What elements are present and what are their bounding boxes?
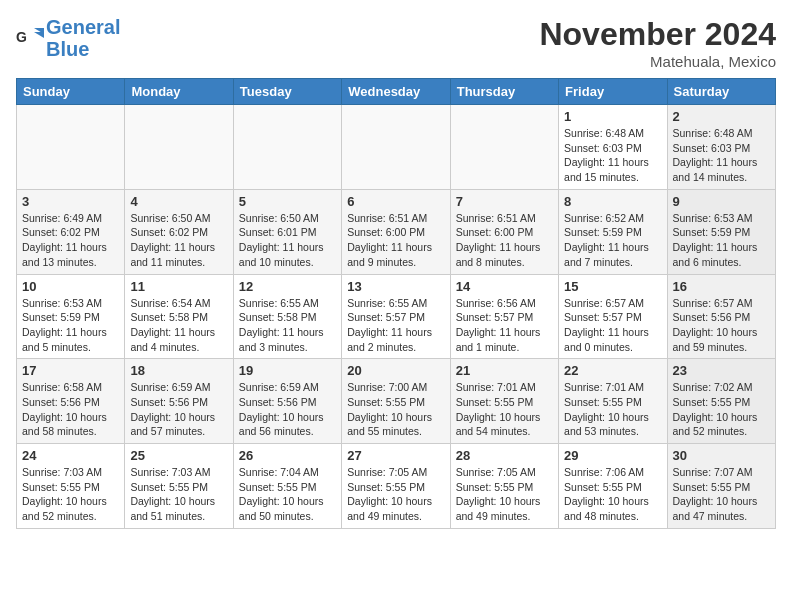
day-info: Sunrise: 7:01 AM Sunset: 5:55 PM Dayligh… — [456, 380, 553, 439]
day-info: Sunrise: 6:55 AM Sunset: 5:58 PM Dayligh… — [239, 296, 336, 355]
calendar-cell: 6Sunrise: 6:51 AM Sunset: 6:00 PM Daylig… — [342, 189, 450, 274]
day-info: Sunrise: 7:03 AM Sunset: 5:55 PM Dayligh… — [22, 465, 119, 524]
day-number: 2 — [673, 109, 770, 124]
day-info: Sunrise: 7:05 AM Sunset: 5:55 PM Dayligh… — [456, 465, 553, 524]
col-header-friday: Friday — [559, 79, 667, 105]
day-info: Sunrise: 6:59 AM Sunset: 5:56 PM Dayligh… — [239, 380, 336, 439]
calendar-cell — [342, 105, 450, 190]
calendar-cell: 11Sunrise: 6:54 AM Sunset: 5:58 PM Dayli… — [125, 274, 233, 359]
day-info: Sunrise: 6:51 AM Sunset: 6:00 PM Dayligh… — [456, 211, 553, 270]
day-number: 15 — [564, 279, 661, 294]
day-info: Sunrise: 6:59 AM Sunset: 5:56 PM Dayligh… — [130, 380, 227, 439]
day-number: 13 — [347, 279, 444, 294]
calendar-cell: 19Sunrise: 6:59 AM Sunset: 5:56 PM Dayli… — [233, 359, 341, 444]
day-number: 10 — [22, 279, 119, 294]
calendar-cell: 4Sunrise: 6:50 AM Sunset: 6:02 PM Daylig… — [125, 189, 233, 274]
calendar-cell — [17, 105, 125, 190]
day-number: 26 — [239, 448, 336, 463]
day-info: Sunrise: 6:51 AM Sunset: 6:00 PM Dayligh… — [347, 211, 444, 270]
day-info: Sunrise: 6:58 AM Sunset: 5:56 PM Dayligh… — [22, 380, 119, 439]
calendar-week-5: 24Sunrise: 7:03 AM Sunset: 5:55 PM Dayli… — [17, 444, 776, 529]
day-number: 30 — [673, 448, 770, 463]
day-info: Sunrise: 7:06 AM Sunset: 5:55 PM Dayligh… — [564, 465, 661, 524]
day-number: 27 — [347, 448, 444, 463]
col-header-thursday: Thursday — [450, 79, 558, 105]
svg-text:G: G — [16, 29, 27, 45]
day-number: 5 — [239, 194, 336, 209]
calendar-week-3: 10Sunrise: 6:53 AM Sunset: 5:59 PM Dayli… — [17, 274, 776, 359]
col-header-monday: Monday — [125, 79, 233, 105]
calendar-cell: 12Sunrise: 6:55 AM Sunset: 5:58 PM Dayli… — [233, 274, 341, 359]
calendar-cell: 2Sunrise: 6:48 AM Sunset: 6:03 PM Daylig… — [667, 105, 775, 190]
day-info: Sunrise: 6:57 AM Sunset: 5:56 PM Dayligh… — [673, 296, 770, 355]
day-number: 19 — [239, 363, 336, 378]
calendar-cell: 28Sunrise: 7:05 AM Sunset: 5:55 PM Dayli… — [450, 444, 558, 529]
calendar-cell: 9Sunrise: 6:53 AM Sunset: 5:59 PM Daylig… — [667, 189, 775, 274]
day-number: 20 — [347, 363, 444, 378]
day-info: Sunrise: 6:52 AM Sunset: 5:59 PM Dayligh… — [564, 211, 661, 270]
calendar-cell — [233, 105, 341, 190]
day-info: Sunrise: 7:07 AM Sunset: 5:55 PM Dayligh… — [673, 465, 770, 524]
day-number: 8 — [564, 194, 661, 209]
calendar-week-1: 1Sunrise: 6:48 AM Sunset: 6:03 PM Daylig… — [17, 105, 776, 190]
calendar-header-row: SundayMondayTuesdayWednesdayThursdayFrid… — [17, 79, 776, 105]
day-number: 24 — [22, 448, 119, 463]
title-block: November 2024 Matehuala, Mexico — [539, 16, 776, 70]
calendar-cell: 16Sunrise: 6:57 AM Sunset: 5:56 PM Dayli… — [667, 274, 775, 359]
logo-blue: Blue — [46, 38, 89, 60]
location-subtitle: Matehuala, Mexico — [539, 53, 776, 70]
day-number: 21 — [456, 363, 553, 378]
day-info: Sunrise: 6:54 AM Sunset: 5:58 PM Dayligh… — [130, 296, 227, 355]
col-header-sunday: Sunday — [17, 79, 125, 105]
day-number: 16 — [673, 279, 770, 294]
day-info: Sunrise: 6:53 AM Sunset: 5:59 PM Dayligh… — [22, 296, 119, 355]
day-info: Sunrise: 6:55 AM Sunset: 5:57 PM Dayligh… — [347, 296, 444, 355]
day-number: 6 — [347, 194, 444, 209]
day-info: Sunrise: 7:01 AM Sunset: 5:55 PM Dayligh… — [564, 380, 661, 439]
calendar-cell: 30Sunrise: 7:07 AM Sunset: 5:55 PM Dayli… — [667, 444, 775, 529]
logo-icon: G — [16, 24, 44, 52]
day-number: 18 — [130, 363, 227, 378]
day-info: Sunrise: 6:50 AM Sunset: 6:01 PM Dayligh… — [239, 211, 336, 270]
calendar-cell: 22Sunrise: 7:01 AM Sunset: 5:55 PM Dayli… — [559, 359, 667, 444]
col-header-tuesday: Tuesday — [233, 79, 341, 105]
month-title: November 2024 — [539, 16, 776, 53]
calendar-cell: 7Sunrise: 6:51 AM Sunset: 6:00 PM Daylig… — [450, 189, 558, 274]
calendar-cell: 20Sunrise: 7:00 AM Sunset: 5:55 PM Dayli… — [342, 359, 450, 444]
day-info: Sunrise: 6:50 AM Sunset: 6:02 PM Dayligh… — [130, 211, 227, 270]
day-number: 1 — [564, 109, 661, 124]
calendar-cell: 18Sunrise: 6:59 AM Sunset: 5:56 PM Dayli… — [125, 359, 233, 444]
calendar-cell: 25Sunrise: 7:03 AM Sunset: 5:55 PM Dayli… — [125, 444, 233, 529]
calendar-cell: 29Sunrise: 7:06 AM Sunset: 5:55 PM Dayli… — [559, 444, 667, 529]
day-info: Sunrise: 7:02 AM Sunset: 5:55 PM Dayligh… — [673, 380, 770, 439]
calendar-cell: 23Sunrise: 7:02 AM Sunset: 5:55 PM Dayli… — [667, 359, 775, 444]
calendar-table: SundayMondayTuesdayWednesdayThursdayFrid… — [16, 78, 776, 529]
day-number: 14 — [456, 279, 553, 294]
day-number: 23 — [673, 363, 770, 378]
logo: G General Blue — [16, 16, 120, 60]
logo-general: General — [46, 16, 120, 38]
col-header-wednesday: Wednesday — [342, 79, 450, 105]
day-info: Sunrise: 6:57 AM Sunset: 5:57 PM Dayligh… — [564, 296, 661, 355]
day-info: Sunrise: 7:00 AM Sunset: 5:55 PM Dayligh… — [347, 380, 444, 439]
day-info: Sunrise: 6:56 AM Sunset: 5:57 PM Dayligh… — [456, 296, 553, 355]
calendar-cell: 24Sunrise: 7:03 AM Sunset: 5:55 PM Dayli… — [17, 444, 125, 529]
calendar-cell — [125, 105, 233, 190]
day-number: 11 — [130, 279, 227, 294]
day-number: 25 — [130, 448, 227, 463]
calendar-cell: 13Sunrise: 6:55 AM Sunset: 5:57 PM Dayli… — [342, 274, 450, 359]
day-info: Sunrise: 7:05 AM Sunset: 5:55 PM Dayligh… — [347, 465, 444, 524]
calendar-cell: 15Sunrise: 6:57 AM Sunset: 5:57 PM Dayli… — [559, 274, 667, 359]
page-header: G General Blue November 2024 Matehuala, … — [16, 16, 776, 70]
day-info: Sunrise: 7:04 AM Sunset: 5:55 PM Dayligh… — [239, 465, 336, 524]
calendar-cell: 27Sunrise: 7:05 AM Sunset: 5:55 PM Dayli… — [342, 444, 450, 529]
svg-marker-2 — [34, 32, 44, 38]
calendar-cell: 10Sunrise: 6:53 AM Sunset: 5:59 PM Dayli… — [17, 274, 125, 359]
day-number: 22 — [564, 363, 661, 378]
calendar-week-4: 17Sunrise: 6:58 AM Sunset: 5:56 PM Dayli… — [17, 359, 776, 444]
day-number: 17 — [22, 363, 119, 378]
calendar-cell: 5Sunrise: 6:50 AM Sunset: 6:01 PM Daylig… — [233, 189, 341, 274]
day-number: 4 — [130, 194, 227, 209]
calendar-cell: 1Sunrise: 6:48 AM Sunset: 6:03 PM Daylig… — [559, 105, 667, 190]
calendar-cell — [450, 105, 558, 190]
